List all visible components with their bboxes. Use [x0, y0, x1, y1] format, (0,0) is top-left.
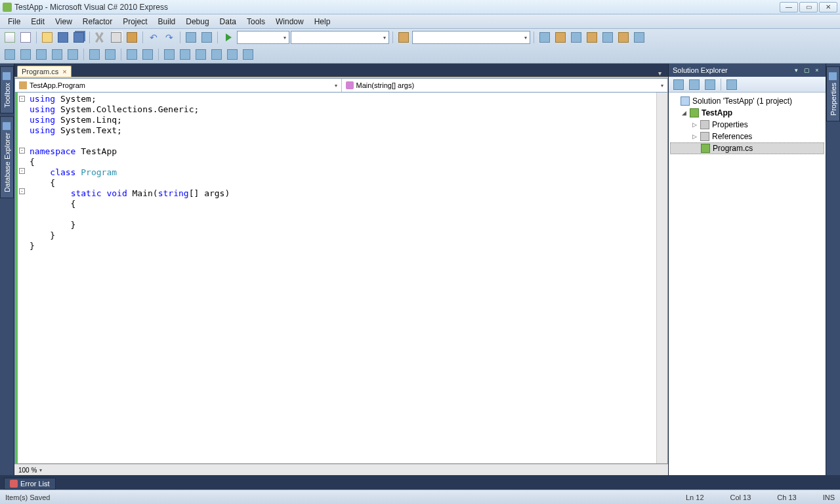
tree-properties-node[interactable]: ▷ Properties [670, 119, 824, 131]
find-combo[interactable]: ▾ [412, 31, 530, 44]
solution-toolbar [669, 77, 826, 93]
toolbox-tab[interactable]: Toolbox [0, 66, 14, 114]
status-ins: INS [823, 494, 835, 501]
sol-showall-button[interactable] [687, 77, 702, 92]
tb-misc2[interactable] [553, 30, 568, 45]
tb2-3[interactable] [34, 47, 49, 62]
toolbox-icon [3, 72, 11, 80]
tb2-13[interactable] [209, 47, 224, 62]
menu-refactor[interactable]: Refactor [77, 16, 117, 28]
menu-project[interactable]: Project [117, 16, 152, 28]
panel-dropdown-icon[interactable]: ▾ [791, 66, 801, 75]
tb2-1[interactable] [3, 47, 17, 62]
menu-data[interactable]: Data [215, 16, 242, 28]
solution-tree[interactable]: Solution 'TestApp' (1 project) ◢ TestApp… [669, 93, 826, 475]
tb2-11[interactable] [178, 47, 192, 62]
fold-toggle[interactable]: - [19, 188, 25, 194]
fold-toggle[interactable]: - [19, 168, 25, 174]
tree-solution-node[interactable]: Solution 'TestApp' (1 project) [670, 95, 824, 107]
vertical-scrollbar[interactable] [656, 93, 667, 463]
database-icon [3, 122, 11, 130]
tb2-15[interactable] [241, 47, 255, 62]
editor-panel: Program.cs × ▾ TestApp.Program ▾ Main(st… [14, 64, 668, 475]
undo-button[interactable]: ↶ [146, 30, 161, 45]
start-debug-button[interactable] [221, 30, 236, 45]
uncomment-button[interactable] [140, 47, 155, 62]
cut-button[interactable] [93, 30, 108, 45]
close-button[interactable]: ✕ [819, 2, 837, 12]
redo-button[interactable]: ↷ [162, 30, 177, 45]
code-editor[interactable]: - - - - using System; using System.Colle… [14, 93, 668, 464]
panel-close-icon[interactable]: × [812, 66, 822, 75]
open-button[interactable] [40, 30, 54, 45]
copy-button[interactable] [109, 30, 123, 45]
menu-file[interactable]: File [3, 16, 26, 28]
config-combo[interactable]: ▾ [237, 31, 289, 44]
zoom-level[interactable]: 100 % [18, 467, 37, 474]
indent-less-button[interactable] [87, 47, 102, 62]
find-button[interactable] [396, 30, 411, 45]
sol-refresh-button[interactable] [703, 77, 717, 92]
tab-program-cs[interactable]: Program.cs × [17, 66, 72, 77]
fold-toggle[interactable]: - [19, 96, 25, 102]
fold-toggle[interactable]: - [19, 148, 25, 154]
database-explorer-tab[interactable]: Database Explorer [0, 116, 14, 198]
save-button[interactable] [56, 30, 70, 45]
tb2-10[interactable] [162, 47, 177, 62]
project-icon [690, 108, 699, 117]
tb-misc4[interactable] [585, 30, 599, 45]
solution-explorer-title: Solution Explorer ▾ ▢ × [669, 64, 826, 77]
tabs-dropdown-icon[interactable]: ▾ [654, 70, 665, 77]
properties-tab[interactable]: Properties [826, 66, 840, 121]
tree-program-cs-node[interactable]: Program.cs [670, 142, 824, 154]
menu-help[interactable]: Help [309, 16, 336, 28]
tree-project-node[interactable]: ◢ TestApp [670, 107, 824, 119]
maximize-button[interactable]: ▭ [799, 2, 818, 12]
comment-button[interactable] [125, 47, 139, 62]
add-item-button[interactable] [18, 30, 33, 45]
tb-misc3[interactable] [569, 30, 583, 45]
tb2-5[interactable] [66, 47, 80, 62]
tb2-2[interactable] [18, 47, 33, 62]
status-message: Item(s) Saved [5, 494, 50, 501]
nav-back-button[interactable] [184, 30, 198, 45]
indent-more-button[interactable] [103, 47, 117, 62]
menu-debug[interactable]: Debug [180, 16, 214, 28]
member-combo[interactable]: Main(string[] args) ▾ [342, 79, 668, 92]
minimize-button[interactable]: — [780, 2, 798, 12]
tab-close-icon[interactable]: × [62, 68, 66, 75]
nav-fwd-button[interactable] [200, 30, 214, 45]
status-line: Ln 12 [686, 494, 704, 501]
code-text[interactable]: using System; using System.Collections.G… [27, 93, 656, 463]
fold-gutter[interactable]: - - - - [15, 93, 27, 463]
new-project-button[interactable] [3, 30, 17, 45]
app-icon [3, 3, 12, 12]
error-list-tab[interactable]: Error List [4, 478, 56, 490]
tree-references-node[interactable]: ▷ References [670, 131, 824, 142]
menu-edit[interactable]: Edit [26, 16, 50, 28]
tb-misc6[interactable] [616, 30, 631, 45]
zoom-dropdown-icon[interactable]: ▾ [39, 467, 42, 473]
properties-icon [830, 72, 837, 80]
left-side-panels: Toolbox Database Explorer [0, 64, 14, 475]
tb2-4[interactable] [50, 47, 64, 62]
menu-build[interactable]: Build [153, 16, 181, 28]
tb2-12[interactable] [194, 47, 208, 62]
menu-view[interactable]: View [50, 16, 77, 28]
toolbars: ↶ ↷ ▾ ▾ ▾ [0, 29, 840, 64]
save-all-button[interactable] [72, 30, 86, 45]
tb2-14[interactable] [225, 47, 240, 62]
sol-view-button[interactable] [724, 77, 739, 92]
menu-tools[interactable]: Tools [242, 16, 270, 28]
paste-button[interactable] [125, 30, 139, 45]
menu-window[interactable]: Window [270, 16, 309, 28]
tb-misc1[interactable] [537, 30, 552, 45]
class-icon [19, 81, 27, 89]
panel-pin-icon[interactable]: ▢ [802, 66, 811, 75]
tb-misc5[interactable] [600, 30, 615, 45]
platform-combo[interactable]: ▾ [291, 31, 389, 44]
tb-misc7[interactable] [632, 30, 646, 45]
sol-properties-button[interactable] [671, 77, 686, 92]
class-combo[interactable]: TestApp.Program ▾ [15, 79, 342, 92]
solution-icon [681, 96, 690, 106]
